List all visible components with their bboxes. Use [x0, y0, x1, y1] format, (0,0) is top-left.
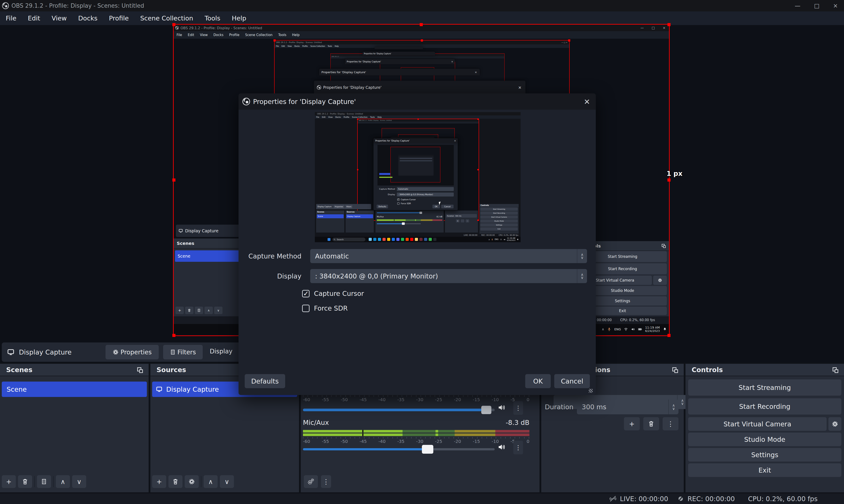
transitions-popout-icon[interactable]	[671, 366, 679, 374]
thumb-properties-dialog: Properties for 'Display Capture' × Captu…	[374, 138, 458, 210]
scene-down-button[interactable]: ∨	[72, 475, 86, 488]
remove-source-button[interactable]	[168, 475, 182, 488]
menu-item[interactable]: Help	[226, 15, 252, 22]
nested-handle	[568, 39, 570, 41]
mixer1-menu-button[interactable]: ⋮	[513, 401, 523, 415]
controls-popout-icon[interactable]	[832, 366, 839, 374]
remove-scene-button[interactable]	[18, 475, 32, 488]
transition-menu-button[interactable]: ⋮	[663, 417, 679, 430]
window-titlebar[interactable]: OBS 29.1.2 - Profile: Display - Scenes: …	[0, 0, 844, 12]
windows-start-icon	[327, 238, 330, 241]
monitor-icon	[6, 348, 15, 356]
display-select-label: Display	[247, 272, 301, 280]
menu-item[interactable]: Edit	[22, 15, 46, 22]
ok-button[interactable]: OK	[525, 374, 551, 388]
thumb-scenes-panel: Scenes Scene	[316, 211, 344, 233]
menu-item[interactable]: View	[46, 15, 73, 22]
rec-icon	[677, 495, 684, 502]
taskbar-app-icon	[410, 238, 413, 241]
thumb-source-toolbar: Display Capture Properties Filters	[316, 204, 371, 209]
menu-item[interactable]: Scene Collection	[134, 15, 199, 22]
mini-scenes-toolbar: + ∧ ∨	[176, 307, 222, 314]
selection-handle-top-right[interactable]	[667, 23, 670, 26]
properties-button[interactable]: Properties	[106, 345, 159, 359]
capture-cursor-label: Capture Cursor	[314, 290, 364, 298]
gear-icon	[112, 349, 119, 355]
duration-field[interactable]: 300 ms ∧∨	[577, 400, 679, 414]
source-up-button[interactable]: ∧	[203, 475, 218, 488]
scenes-popout-icon[interactable]	[136, 366, 144, 374]
cancel-button[interactable]: Cancel	[554, 374, 590, 388]
tray-wifi-icon	[624, 327, 628, 331]
capture-cursor-checkbox[interactable]: ✓	[302, 290, 309, 298]
taskbar-search: Search	[333, 238, 365, 241]
mini-menu-item: Docks	[211, 33, 226, 37]
advanced-audio-button[interactable]	[304, 475, 318, 488]
settings-button[interactable]: Settings	[688, 448, 841, 462]
filters-button[interactable]: Filters	[163, 345, 203, 359]
taskbar-app-icon	[415, 238, 418, 241]
mixer1-scale: -60-55-50-45-40-35-30-25-20-15-10-50	[303, 395, 529, 402]
thumb-controls-panel: Controls Start StreamingStart RecordingS…	[480, 204, 519, 234]
force-sdr-label: Force SDR	[314, 304, 348, 312]
close-button[interactable]: ×	[833, 2, 838, 9]
dialog-titlebar[interactable]: Properties for 'Display Capture' ✕	[238, 93, 596, 110]
scene-up-button[interactable]: ∧	[56, 475, 70, 488]
mixer1-volume-slider[interactable]	[303, 406, 495, 408]
scene-list-item[interactable]: Scene	[2, 382, 147, 397]
selection-handle-mid-right[interactable]	[667, 179, 670, 182]
search-icon	[334, 238, 336, 241]
mixer1-speaker-icon[interactable]	[497, 403, 506, 412]
capture-method-select[interactable]: Automatic ∧∨	[310, 249, 587, 263]
mixer1-slider-handle[interactable]	[481, 406, 491, 414]
menu-item[interactable]: Profile	[103, 15, 134, 22]
start-recording-button[interactable]: Start Recording	[688, 398, 841, 415]
capture-method-spinner[interactable]: ∧∨	[577, 249, 587, 263]
scene-filters-button[interactable]	[37, 475, 51, 488]
display-select[interactable]: : 3840x2400 @ 0,0 (Primary Monitor) ∧∨	[310, 269, 587, 283]
tray-speaker-icon	[631, 327, 635, 331]
nested-dialog-bar: Properties for 'Display Capture'	[362, 52, 435, 56]
selection-handle-bottom-left[interactable]	[172, 334, 176, 337]
force-sdr-checkbox[interactable]: ✓	[302, 305, 309, 312]
selection-handle-bottom-right[interactable]	[667, 334, 670, 337]
mini-menu-bar: FileEditViewDocksProfileScene Collection…	[174, 31, 669, 39]
source-properties-button[interactable]	[185, 475, 199, 488]
taskbar-app-icon	[387, 238, 390, 241]
display-row: Display : 3840x2400 @ 0,0 (Primary Monit…	[247, 269, 587, 283]
sources-toolbar: + ∧ ∨	[152, 475, 234, 488]
micaux-menu-button[interactable]: ⋮	[513, 441, 523, 454]
minimize-button[interactable]: —	[795, 2, 801, 9]
menu-item[interactable]: Tools	[199, 15, 226, 22]
maximize-button[interactable]: □	[814, 2, 820, 9]
micaux-slider-handle[interactable]	[422, 445, 433, 454]
micaux-speaker-icon[interactable]	[497, 443, 506, 451]
selection-handle-top-center[interactable]	[420, 23, 423, 26]
add-transition-button[interactable]: +	[624, 417, 640, 430]
studio-mode-button[interactable]: Studio Mode	[688, 433, 841, 446]
micaux-volume-slider[interactable]	[303, 445, 495, 447]
sources-title: Sources	[157, 366, 186, 374]
selection-handle-mid-left[interactable]	[172, 179, 176, 182]
menu-item[interactable]: Docks	[73, 15, 103, 22]
dialog-resize-grip[interactable]	[589, 389, 593, 393]
micaux-label: Mic/Aux	[303, 419, 329, 427]
selection-handle-top-left[interactable]	[172, 23, 176, 26]
dialog-close-button[interactable]: ✕	[584, 97, 590, 106]
live-status: LIVE: 00:00:00	[620, 495, 668, 503]
source-down-button[interactable]: ∨	[220, 475, 234, 488]
taskbar-app-icon	[406, 238, 409, 241]
add-source-button[interactable]: +	[152, 475, 166, 488]
exit-button[interactable]: Exit	[688, 463, 841, 477]
menu-item[interactable]: File	[0, 15, 22, 22]
start-streaming-button[interactable]: Start Streaming	[688, 379, 841, 396]
display-spinner[interactable]: ∧∨	[577, 269, 587, 283]
scenes-panel: Scenes Scene + ∧ ∨	[0, 364, 149, 492]
start-virtual-camera-button[interactable]: Start Virtual Camera	[688, 417, 827, 431]
virtual-camera-settings-button[interactable]	[828, 417, 841, 431]
add-scene-button[interactable]: +	[2, 475, 16, 488]
defaults-button[interactable]: Defaults	[245, 374, 285, 388]
taskbar-app-icon	[373, 238, 376, 241]
remove-transition-button[interactable]	[643, 417, 659, 430]
mixer-menu-button[interactable]: ⋮	[321, 475, 331, 488]
